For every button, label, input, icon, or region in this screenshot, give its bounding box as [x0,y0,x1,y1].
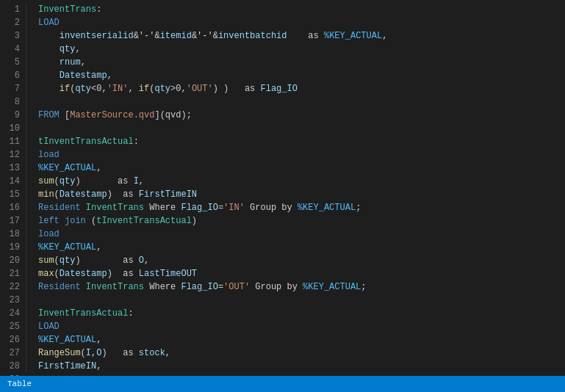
line-num-14: 14 [6,175,20,188]
line-num-27: 27 [6,346,20,360]
line-num-26: 26 [6,333,20,346]
line-num-12: 12 [6,148,20,161]
line-num-21: 21 [6,267,20,280]
line-num-24: 24 [6,307,20,320]
code-line-21: max(Datestamp) as LastTimeOUT [38,267,565,280]
status-bar: Table [0,376,565,392]
code-line-5: rnum, [38,56,565,69]
line-num-7: 7 [6,82,20,95]
code-line-3: inventserialid&'-'&itemid&'-'&inventbatc… [38,29,565,43]
table-label: Table [7,380,32,388]
line-num-1: 1 [6,3,20,16]
line-num-13: 13 [6,161,20,175]
code-line-13: %KEY_ACTUAL, [38,161,565,175]
code-line-15: min(Datestamp) as FirstTimeIN [38,188,565,201]
code-content[interactable]: InventTrans: LOAD inventserialid&'-'&ite… [26,3,565,373]
code-line-18: load [38,228,565,241]
line-num-23: 23 [6,294,20,307]
line-num-28: 28 [6,360,20,373]
line-num-2: 2 [6,16,20,29]
line-num-20: 20 [6,254,20,267]
line-num-8: 8 [6,95,20,109]
line-num-11: 11 [6,135,20,148]
line-num-25: 25 [6,320,20,333]
code-line-26: %KEY_ACTUAL, [38,333,565,346]
code-line-20: sum(qty) as O, [38,254,565,267]
code-line-8 [38,95,565,109]
code-line-4: qty, [38,43,565,56]
line-num-6: 6 [6,69,20,82]
code-line-17: left join (tInventTransActual) [38,214,565,228]
code-line-12: load [38,148,565,161]
line-num-16: 16 [6,201,20,214]
line-num-5: 5 [6,56,20,69]
code-line-25: LOAD [38,320,565,333]
line-num-3: 3 [6,29,20,43]
line-num-19: 19 [6,241,20,254]
line-num-18: 18 [6,228,20,241]
line-numbers: 1 2 3 4 5 6 7 8 9 10 11 12 13 14 15 16 1… [0,3,26,373]
line-num-15: 15 [6,188,20,201]
line-num-10: 10 [6,122,20,135]
code-line-23 [38,294,565,307]
code-line-24: InventTransActual: [38,307,565,320]
status-table-item: Table [7,380,32,388]
code-line-9: FROM [MasterSource.qvd](qvd); [38,109,565,122]
code-line-2: LOAD [38,16,565,29]
editor-container: 1 2 3 4 5 6 7 8 9 10 11 12 13 14 15 16 1… [0,0,565,392]
code-line-7: if(qty<0,'IN', if(qty>0,'OUT') ) as Flag… [38,82,565,95]
code-line-28: FirstTimeIN, [38,360,565,373]
code-area: 1 2 3 4 5 6 7 8 9 10 11 12 13 14 15 16 1… [0,0,565,376]
code-line-22: Resident InventTrans Where Flag_IO='OUT'… [38,280,565,294]
line-num-9: 9 [6,109,20,122]
code-line-27: RangeSum(I,O) as stock, [38,346,565,360]
code-line-1: InventTrans: [38,3,565,16]
line-num-17: 17 [6,214,20,228]
line-num-4: 4 [6,43,20,56]
code-line-6: Datestamp, [38,69,565,82]
code-line-16: Resident InventTrans Where Flag_IO='IN' … [38,201,565,214]
code-line-10 [38,122,565,135]
code-line-14: sum(qty) as I, [38,175,565,188]
code-line-11: tInventTransActual: [38,135,565,148]
code-line-19: %KEY_ACTUAL, [38,241,565,254]
line-num-22: 22 [6,280,20,294]
